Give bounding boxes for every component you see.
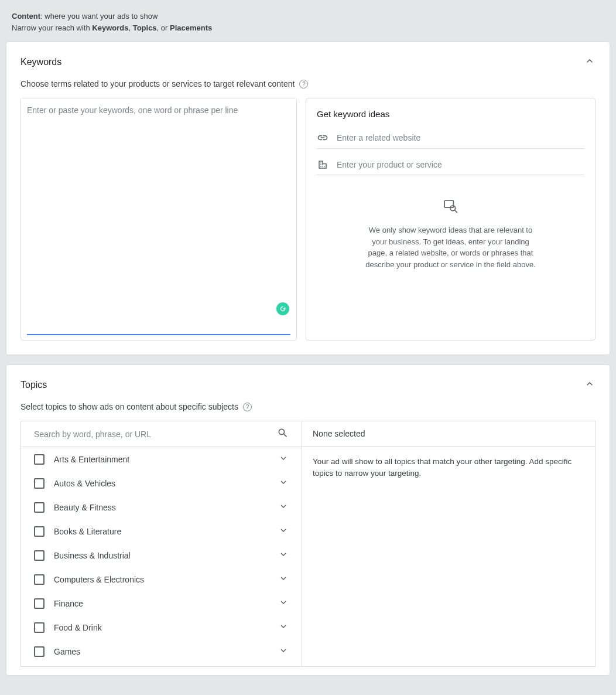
topic-checkbox[interactable] <box>34 454 45 465</box>
empty-ideas-state: We only show keyword ideas that are rele… <box>317 199 584 270</box>
textarea-focus-underline <box>27 334 290 335</box>
chevron-down-icon[interactable] <box>278 597 289 609</box>
help-icon[interactable]: ? <box>299 80 308 88</box>
chevron-down-icon[interactable] <box>278 501 289 513</box>
page-header: Content: where you want your ads to show… <box>0 0 616 42</box>
chevron-up-icon <box>584 55 596 69</box>
chevron-down-icon[interactable] <box>278 573 289 585</box>
chevron-down-icon[interactable] <box>278 453 289 465</box>
keywords-textarea[interactable] <box>21 98 296 334</box>
header-line-1: Content: where you want your ads to show <box>12 11 604 22</box>
chevron-up-icon <box>584 378 596 391</box>
keywords-subtitle: Choose terms related to your products or… <box>20 79 295 88</box>
chevron-down-icon[interactable] <box>278 477 289 489</box>
topics-bold: Topics <box>133 23 157 32</box>
chevron-down-icon[interactable] <box>278 621 289 633</box>
website-input[interactable] <box>337 133 584 142</box>
topic-item[interactable]: Food & Drink <box>21 615 302 639</box>
content-desc: : where you want your ads to show <box>40 12 158 21</box>
topic-checkbox[interactable] <box>34 550 45 561</box>
topic-checkbox[interactable] <box>34 598 45 609</box>
topic-checkbox[interactable] <box>34 646 45 657</box>
empty-ideas-text: We only show keyword ideas that are rele… <box>363 224 539 270</box>
topic-item[interactable]: Finance <box>21 591 302 615</box>
none-selected-label: None selected <box>302 421 595 447</box>
ideas-title: Get keyword ideas <box>317 109 584 119</box>
topics-right-panel: None selected Your ad will show to all t… <box>302 421 595 666</box>
website-input-row <box>317 128 584 149</box>
content-label: Content <box>12 12 40 21</box>
keywords-bold: Keywords <box>92 23 128 32</box>
ideas-empty-icon <box>317 199 584 214</box>
topic-item[interactable]: Health <box>21 663 302 666</box>
topic-label: Finance <box>54 599 278 608</box>
topics-left-panel: Arts & EntertainmentAutos & VehiclesBeau… <box>21 421 302 666</box>
topic-label: Autos & Vehicles <box>54 479 278 488</box>
topic-label: Arts & Entertainment <box>54 455 278 464</box>
chevron-down-icon[interactable] <box>278 525 289 537</box>
link-icon <box>317 132 328 144</box>
topic-item[interactable]: Beauty & Fitness <box>21 495 302 519</box>
topic-checkbox[interactable] <box>34 478 45 489</box>
svg-rect-0 <box>444 200 453 207</box>
topic-checkbox[interactable] <box>34 502 45 513</box>
product-input[interactable] <box>337 160 584 169</box>
topics-subtitle: Select topics to show ads on content abo… <box>20 402 238 411</box>
keywords-title: Keywords <box>20 57 61 67</box>
topic-label: Computers & Electronics <box>54 575 278 584</box>
topics-title: Topics <box>20 380 47 390</box>
topics-search-input[interactable] <box>34 430 277 439</box>
topic-item[interactable]: Autos & Vehicles <box>21 471 302 495</box>
topic-item[interactable]: Games <box>21 639 302 663</box>
topic-label: Food & Drink <box>54 623 278 632</box>
grammarly-icon[interactable] <box>276 302 289 315</box>
product-input-row <box>317 156 584 175</box>
svg-line-2 <box>454 210 457 213</box>
topics-info-text: Your ad will show to all topics that mat… <box>302 447 595 489</box>
topic-item[interactable]: Arts & Entertainment <box>21 447 302 471</box>
svg-point-1 <box>450 206 455 211</box>
topic-label: Games <box>54 647 278 656</box>
topic-label: Beauty & Fitness <box>54 503 278 512</box>
topic-checkbox[interactable] <box>34 526 45 537</box>
topic-checkbox[interactable] <box>34 622 45 633</box>
chevron-down-icon[interactable] <box>278 549 289 561</box>
topic-item[interactable]: Books & Literature <box>21 519 302 543</box>
keyword-ideas-panel: Get keyword ideas <box>306 98 596 340</box>
topics-card: Topics Select topics to show ads on cont… <box>6 364 610 676</box>
topic-list[interactable]: Arts & EntertainmentAutos & VehiclesBeau… <box>21 447 302 666</box>
topic-label: Books & Literature <box>54 527 278 536</box>
search-icon[interactable] <box>277 427 289 441</box>
grid-icon <box>317 159 328 170</box>
topic-label: Business & Industrial <box>54 551 278 560</box>
chevron-down-icon[interactable] <box>278 645 289 657</box>
help-icon[interactable]: ? <box>243 403 252 411</box>
topic-item[interactable]: Business & Industrial <box>21 543 302 567</box>
placements-bold: Placements <box>170 23 212 32</box>
topic-checkbox[interactable] <box>34 574 45 585</box>
topics-collapse-toggle[interactable] <box>584 378 596 391</box>
keywords-card: Keywords Choose terms related to your pr… <box>6 42 610 355</box>
keywords-input-box <box>20 98 297 340</box>
keywords-collapse-toggle[interactable] <box>584 55 596 69</box>
topic-item[interactable]: Computers & Electronics <box>21 567 302 591</box>
header-line-2: Narrow your reach with Keywords, Topics,… <box>12 22 604 34</box>
